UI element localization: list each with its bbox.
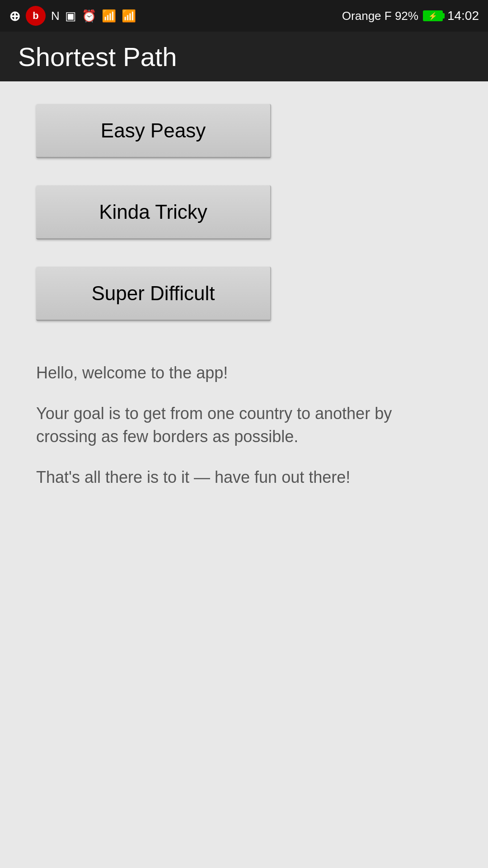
goal-text: Your goal is to get from one country to … [36, 402, 452, 448]
signal-icon: 📶 [122, 9, 136, 23]
main-content: Easy Peasy Kinda Tricky Super Difficult … [0, 81, 488, 512]
description-section: Hello, welcome to the app! Your goal is … [36, 362, 452, 489]
status-bar-left: ⊕ b N ▣ ⏰ 📶 📶 [9, 6, 136, 26]
super-difficult-button[interactable]: Super Difficult [36, 267, 271, 321]
kinda-tricky-button[interactable]: Kinda Tricky [36, 185, 271, 240]
alarm-icon: ⏰ [82, 9, 96, 23]
add-icon: ⊕ [9, 8, 20, 24]
vibrate-icon: ▣ [65, 9, 76, 23]
battery-container: ⚡ [423, 10, 443, 21]
battery-bolt: ⚡ [428, 12, 437, 20]
time-display: 14:02 [447, 9, 479, 23]
easy-peasy-button[interactable]: Easy Peasy [36, 104, 271, 158]
carrier-text: Orange F 92% [342, 9, 418, 23]
nfc-icon: N [51, 9, 60, 23]
status-bar-right: Orange F 92% ⚡ 14:02 [342, 9, 479, 23]
closing-text: That's all there is to it — have fun out… [36, 466, 452, 489]
beats-icon: b [26, 6, 46, 26]
greeting-text: Hello, welcome to the app! [36, 362, 452, 384]
status-bar: ⊕ b N ▣ ⏰ 📶 📶 Orange F 92% ⚡ 14:02 [0, 0, 488, 32]
wifi-icon: 📶 [102, 9, 116, 23]
battery-icon: ⚡ [423, 10, 443, 21]
page-title: Shortest Path [18, 42, 177, 72]
app-bar: Shortest Path [0, 32, 488, 81]
